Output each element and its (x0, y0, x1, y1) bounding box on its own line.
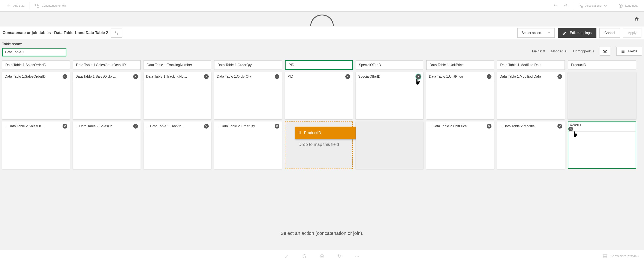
field-pill-label: Data Table 1.SalesOrder… (76, 75, 131, 79)
field-pill-label: PID (288, 75, 343, 79)
column-header[interactable]: Data Table 1.SalesOrderID (2, 60, 70, 70)
field-pill[interactable]: ⠿ Data Table 2.SalesOr… ✕ (2, 122, 70, 131)
edit-mappings-button[interactable]: Edit mappings (558, 28, 596, 38)
remove-field-icon[interactable]: ✕ (62, 74, 67, 79)
trash-icon[interactable] (320, 254, 324, 259)
field-pill[interactable]: Data Table 1.SalesOrderID ✕ (2, 72, 70, 81)
remove-field-icon[interactable]: ✕ (204, 124, 209, 129)
column-header[interactable]: Data Table 1.SalesOrderDetailID (73, 60, 140, 70)
mapping-column: Data Table 1.OrderQty Data Table 1.Order… (214, 60, 282, 169)
column-header[interactable]: Data Table 1.Modified Date (497, 60, 565, 70)
more-icon[interactable] (355, 254, 360, 259)
field-pill[interactable]: ⠿ ProductID ✕ (568, 122, 636, 131)
remove-field-icon[interactable]: ✕ (568, 127, 573, 131)
top-field-box: Data Table 1.SalesOrderID ✕ (2, 72, 70, 119)
remove-field-icon[interactable]: ✕ (558, 74, 562, 79)
bottom-field-box: ⠿ Data Table 2.OrderQty ✕ (214, 122, 282, 169)
drop-zone[interactable]: ⠿ ProductID Drop to map this field (285, 122, 353, 169)
remove-field-icon[interactable]: ✕ (133, 124, 138, 129)
top-field-box-empty[interactable] (568, 72, 636, 119)
field-pill[interactable]: Data Table 1.SalesOrder… ✕ (73, 72, 140, 81)
visibility-toggle-button[interactable] (600, 47, 610, 56)
associations-button[interactable]: Associations (576, 0, 610, 11)
remove-field-icon[interactable]: ✕ (416, 74, 421, 79)
play-circle-icon (618, 3, 623, 8)
toolbar-separator (573, 2, 573, 9)
svg-point-20 (358, 256, 359, 257)
drag-handle-icon[interactable]: ⠿ (500, 126, 501, 127)
show-preview-toggle[interactable]: Show data preview (603, 254, 639, 259)
fields-menu-button[interactable]: Fields (616, 47, 642, 56)
field-pill-label: Data Table 2.Modifie… (504, 124, 555, 128)
field-pill[interactable]: Data Table 1.UnitPrice ✕ (426, 72, 494, 81)
associations-label: Associations (585, 4, 601, 7)
drag-handle-icon[interactable]: ⠿ (217, 126, 218, 127)
field-pill[interactable]: ⠿ Data Table 2.Modifie… ✕ (497, 122, 565, 131)
field-pill[interactable]: ⠿ Data Table 2.SalesOr… ✕ (73, 122, 140, 131)
column-header-label: Data Table 1.TrackingNumber (147, 63, 192, 67)
refresh-icon[interactable] (302, 254, 307, 259)
bubble-view-tab[interactable] (0, 11, 644, 26)
field-pill[interactable]: Data Table 1.OrderQty ✕ (214, 72, 282, 81)
tag-icon[interactable] (337, 254, 342, 259)
remove-field-icon[interactable]: ✕ (487, 74, 492, 79)
field-pill[interactable]: ⠿ Data Table 2.OrderQty ✕ (214, 122, 282, 131)
undo-button[interactable] (551, 0, 561, 11)
remove-field-icon[interactable]: ✕ (275, 74, 279, 79)
panel-header: Concatenate or join tables - Data Table … (0, 26, 644, 39)
drag-handle-icon[interactable]: ⠿ (146, 126, 148, 127)
field-pill[interactable]: Data Table 1.Modified Date ✕ (497, 72, 565, 81)
pencil-icon[interactable] (284, 254, 289, 259)
undo-icon (554, 3, 558, 8)
drag-handle-icon: ⠿ (298, 131, 301, 135)
hamburger-icon (621, 49, 625, 53)
redo-button[interactable] (561, 0, 570, 11)
top-field-box: Data Table 1.UnitPrice ✕ (426, 72, 494, 119)
field-pill-label: Data Table 2.SalesOr… (79, 124, 131, 128)
chevron-down-icon (603, 3, 608, 8)
column-header[interactable]: SpecialOfferID (356, 60, 423, 70)
column-header[interactable]: Data Table 1.OrderQty (214, 60, 282, 70)
remove-field-icon[interactable]: ✕ (345, 74, 350, 79)
field-pill[interactable]: ⠿ Data Table 2.UnitPrice ✕ (426, 122, 494, 131)
top-field-box: Data Table 1.Modified Date ✕ (497, 72, 565, 119)
remove-field-icon[interactable]: ✕ (62, 124, 67, 129)
drag-handle-icon[interactable]: ⠿ (5, 126, 6, 127)
field-pill[interactable]: SpecialOfferID ✕ (356, 72, 423, 81)
column-header[interactable]: ProductID (568, 60, 636, 70)
column-header-label: Data Table 1.SalesOrderID (5, 63, 46, 67)
table-name-input[interactable] (2, 48, 66, 56)
cancel-button[interactable]: Cancel (600, 28, 620, 38)
select-action-dropdown[interactable]: Select action (518, 28, 555, 38)
plus-icon (6, 3, 11, 8)
column-header[interactable]: PID (285, 60, 353, 70)
remove-field-icon[interactable]: ✕ (275, 124, 279, 129)
remove-field-icon[interactable]: ✕ (133, 74, 138, 79)
bottom-field-box-empty[interactable] (356, 122, 423, 169)
select-action-label: Select action (522, 31, 541, 35)
bottom-field-box[interactable]: ⠿ ProductID ✕ (568, 122, 636, 169)
panel-title: Concatenate or join tables - Data Table … (2, 31, 108, 35)
field-pill[interactable]: Data Table 1.TrackingNu… ✕ (144, 72, 211, 81)
column-header[interactable]: Data Table 1.TrackingNumber (144, 60, 211, 70)
dragging-field-chip[interactable]: ⠿ ProductID (295, 127, 358, 139)
column-header-label: SpecialOfferID (359, 63, 381, 67)
add-data-button[interactable]: Add data (4, 0, 27, 11)
mapped-count: Mapped: 6 (551, 49, 567, 53)
drag-handle-icon[interactable]: ⠿ (429, 126, 430, 127)
field-pill[interactable]: ⠿ Data Table 2.Trackin… ✕ (144, 122, 211, 131)
load-data-button[interactable]: Load data (616, 0, 640, 11)
home-button[interactable] (634, 16, 639, 22)
swap-tables-button[interactable] (111, 28, 122, 38)
drag-handle-icon[interactable]: ⠿ (76, 126, 77, 127)
remove-field-icon[interactable]: ✕ (204, 74, 209, 79)
fields-count: Fields: 9 (532, 49, 545, 53)
remove-field-icon[interactable]: ✕ (558, 124, 562, 129)
associations-icon (578, 3, 583, 8)
remove-field-icon[interactable]: ✕ (487, 124, 492, 129)
apply-button[interactable]: Apply (623, 28, 642, 38)
add-data-label: Add data (13, 4, 24, 7)
field-pill[interactable]: PID ✕ (285, 72, 353, 81)
column-header[interactable]: Data Table 1.UnitPrice (426, 60, 494, 70)
concat-join-button[interactable]: Concatenate or join (32, 0, 68, 11)
